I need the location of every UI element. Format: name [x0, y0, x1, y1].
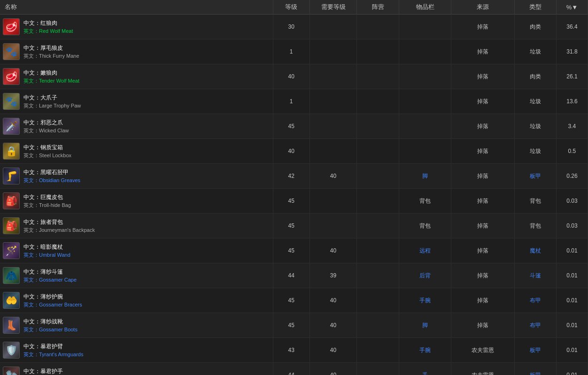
- loot-table: 名称 等级 需要等级 阵营 物品栏 来源 类型 %▼ 🥩 中文：红狼肉 英文：R…: [0, 0, 588, 375]
- item-type: 布甲: [514, 313, 556, 338]
- item-faction: [357, 313, 399, 338]
- item-en-name: 英文：Troll-hide Bag: [23, 202, 71, 209]
- item-source: 掉落: [451, 263, 514, 288]
- item-cn-name: 中文：嫩狼肉: [23, 69, 79, 77]
- item-level: 45: [273, 114, 309, 139]
- item-slot: 后背: [399, 263, 451, 288]
- table-row[interactable]: 🐾 中文：厚毛狼皮 英文：Thick Furry Mane 1掉落垃圾31.8: [0, 39, 588, 64]
- item-name-cell: 🤲 中文：薄纱护腕 英文：Gossamer Bracers: [0, 288, 273, 313]
- item-faction: [357, 189, 399, 214]
- item-cn-name: 中文：薄纱斗篷: [23, 268, 77, 276]
- col-faction: 阵营: [357, 0, 399, 15]
- item-en-name: 英文：Large Trophy Paw: [23, 102, 81, 109]
- item-source: 掉落: [451, 288, 514, 313]
- item-slot: [399, 114, 451, 139]
- item-icon: 🎒: [3, 217, 20, 234]
- item-source: 掉落: [451, 139, 514, 164]
- item-icon: 🧤: [3, 367, 20, 375]
- table-row[interactable]: 🎒 中文：巨魔皮包 英文：Troll-hide Bag 45背包掉落背包0.03: [0, 189, 588, 214]
- item-cn-name: 中文：钢质宝箱: [23, 144, 71, 152]
- item-level: 44: [273, 263, 309, 288]
- item-cn-name: 中文：暴君护臂: [23, 343, 83, 351]
- item-source: 掉落: [451, 238, 514, 263]
- item-faction: [357, 39, 399, 64]
- item-source: 掉落: [451, 114, 514, 139]
- item-en-name: 英文：Tyrant's Armguards: [23, 351, 83, 358]
- col-name: 名称: [0, 0, 273, 15]
- item-pct: 0.26: [556, 164, 588, 189]
- table-row[interactable]: 🥩 中文：嫩狼肉 英文：Tender Wolf Meat 40掉落肉类26.1: [0, 64, 588, 89]
- item-slot: [399, 15, 451, 39]
- item-req-level: 40: [309, 313, 357, 338]
- item-type: 背包: [514, 189, 556, 214]
- table-row[interactable]: 🪄 中文：暗影魔杖 英文：Umbral Wand 4540远程掉落魔杖0.01: [0, 238, 588, 263]
- item-en-name: 英文：Wicked Claw: [23, 127, 69, 134]
- item-type: 板甲: [514, 363, 556, 375]
- item-en-name: 英文：Gossamer Boots: [23, 326, 77, 333]
- item-pct: 0.5: [556, 139, 588, 164]
- item-pct: 26.1: [556, 64, 588, 89]
- item-level: 40: [273, 64, 309, 89]
- item-level: 45: [273, 189, 309, 214]
- item-icon: 🎒: [3, 192, 20, 209]
- item-level: 30: [273, 15, 309, 39]
- item-name-cell: 🎒 中文：旅者背包 英文：Journeyman's Backpack: [0, 214, 273, 238]
- item-cn-name: 中文：旅者背包: [23, 218, 95, 226]
- item-faction: [357, 15, 399, 39]
- item-type: 垃圾: [514, 139, 556, 164]
- item-icon: 🐾: [3, 43, 20, 60]
- item-faction: [357, 263, 399, 288]
- item-level: 1: [273, 89, 309, 114]
- item-source: 掉落: [451, 39, 514, 64]
- item-type: 布甲: [514, 288, 556, 313]
- table-row[interactable]: 🗡️ 中文：邪恶之爪 英文：Wicked Claw 45掉落垃圾3.4: [0, 114, 588, 139]
- item-slot: 脚: [399, 164, 451, 189]
- item-name-cell: 🛡️ 中文：暴君护臂 英文：Tyrant's Armguards: [0, 338, 273, 363]
- col-source: 来源: [451, 0, 514, 15]
- item-cn-name: 中文：巨魔皮包: [23, 193, 71, 201]
- table-row[interactable]: 👢 中文：薄纱战靴 英文：Gossamer Boots 4540脚掉落布甲0.0…: [0, 313, 588, 338]
- item-cn-name: 中文：黑曜石胫甲: [23, 168, 80, 176]
- table-row[interactable]: 🤲 中文：薄纱护腕 英文：Gossamer Bracers 4540手腕掉落布甲…: [0, 288, 588, 313]
- item-icon: 🤲: [3, 292, 20, 309]
- table-row[interactable]: 🎒 中文：旅者背包 英文：Journeyman's Backpack 45背包掉…: [0, 214, 588, 238]
- item-type: 斗篷: [514, 263, 556, 288]
- item-type: 垃圾: [514, 89, 556, 114]
- table-header: 名称 等级 需要等级 阵营 物品栏 来源 类型 %▼: [0, 0, 588, 15]
- item-type: 背包: [514, 214, 556, 238]
- table-row[interactable]: 🦵 中文：黑曜石胫甲 英文：Obsidian Greaves 4240脚掉落板甲…: [0, 164, 588, 189]
- item-name-cell: 🧤 中文：暴君护手 英文：Tyrant's Gauntlets: [0, 363, 273, 375]
- item-level: 42: [273, 164, 309, 189]
- table-row[interactable]: 🛡️ 中文：暴君护臂 英文：Tyrant's Armguards 4340手腕农…: [0, 338, 588, 363]
- item-slot: [399, 64, 451, 89]
- item-type: 魔杖: [514, 238, 556, 263]
- item-cn-name: 中文：暗影魔杖: [23, 243, 70, 251]
- item-req-level: [309, 114, 357, 139]
- item-req-level: [309, 139, 357, 164]
- item-pct: 0.01: [556, 313, 588, 338]
- item-req-level: [309, 39, 357, 64]
- col-req-level: 需要等级: [309, 0, 357, 15]
- item-icon: 👢: [3, 317, 20, 334]
- table-row[interactable]: 🔒 中文：钢质宝箱 英文：Steel Lockbox 40掉落垃圾0.5: [0, 139, 588, 164]
- item-req-level: 40: [309, 164, 357, 189]
- item-source: 掉落: [451, 214, 514, 238]
- item-level: 43: [273, 338, 309, 363]
- item-cn-name: 中文：红狼肉: [23, 19, 73, 27]
- item-pct: 0.01: [556, 263, 588, 288]
- table-row[interactable]: 🥩 中文：红狼肉 英文：Red Wolf Meat 30掉落肉类36.4: [0, 15, 588, 39]
- item-source: 掉落: [451, 15, 514, 39]
- item-icon: 🛡️: [3, 342, 20, 359]
- item-source: 掉落: [451, 313, 514, 338]
- item-cn-name: 中文：薄纱战靴: [23, 318, 77, 326]
- item-faction: [357, 114, 399, 139]
- item-slot: 手腕: [399, 288, 451, 313]
- item-icon: 🪄: [3, 242, 20, 259]
- item-icon: 🦵: [3, 168, 20, 184]
- table-row[interactable]: 🧥 中文：薄纱斗篷 英文：Gossamer Cape 4439后背掉落斗篷0.0…: [0, 263, 588, 288]
- table-row[interactable]: 🐾 中文：大爪子 英文：Large Trophy Paw 1掉落垃圾13.6: [0, 89, 588, 114]
- item-req-level: 40: [309, 288, 357, 313]
- item-type: 板甲: [514, 164, 556, 189]
- table-row[interactable]: 🧤 中文：暴君护手 英文：Tyrant's Gauntlets 4440手农夫雷…: [0, 363, 588, 375]
- item-en-name: 英文：Steel Lockbox: [23, 152, 71, 159]
